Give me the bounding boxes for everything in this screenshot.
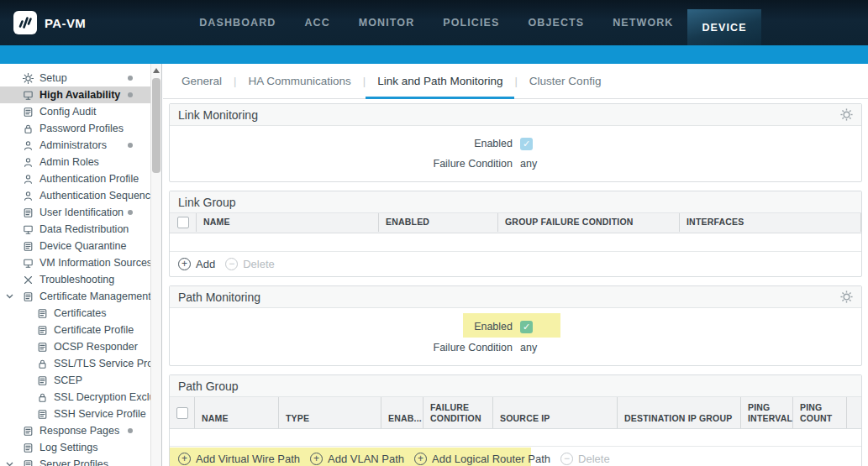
sidebar-item-high-availability[interactable]: High Availability <box>0 86 151 103</box>
sidebar-item-label: VM Information Sources <box>39 257 151 269</box>
column-header-enab-[interactable]: ENAB... <box>381 397 423 428</box>
sidebar-item-log-settings[interactable]: Log Settings <box>0 439 151 456</box>
sidebar-item-label: SCEP <box>54 374 82 386</box>
tab-ha-communications[interactable]: HA Communications <box>236 64 362 98</box>
sidebar-item-response-pages[interactable]: Response Pages <box>0 422 151 439</box>
path-group-panel: Path Group NAMETYPEENAB...FAILURE CONDIT… <box>169 374 862 466</box>
vm-information-sources-icon <box>23 258 34 269</box>
select-all-checkbox[interactable] <box>176 407 188 419</box>
sidebar-item-config-audit[interactable]: Config Audit <box>0 103 151 120</box>
select-all-checkbox[interactable] <box>177 217 189 228</box>
sidebar-item-server-profiles[interactable]: Server Profiles <box>0 456 151 466</box>
column-header-group-failure-condition[interactable]: GROUP FAILURE CONDITION <box>498 213 680 232</box>
path-group-title: Path Group <box>178 380 239 393</box>
sidebar-item-label: Response Pages <box>39 425 119 437</box>
sidebar-item-authentication-sequence[interactable]: Authentication Sequence <box>0 187 151 204</box>
sidebar-item-user-identification[interactable]: User Identification <box>0 204 151 221</box>
column-header-failure-condition[interactable]: FAILURE CONDITION <box>423 397 493 428</box>
column-header-source-ip[interactable]: SOURCE IP <box>493 397 618 428</box>
tab-link-and-path-monitoring[interactable]: Link and Path Monitoring <box>366 64 514 98</box>
column-header-name[interactable]: NAME <box>195 397 279 428</box>
topnav-item-objects[interactable]: OBJECTS <box>513 0 598 45</box>
ssl-decryption-exclusion-icon <box>37 392 48 403</box>
add-vlan-path-button[interactable]: +Add VLAN Path <box>310 453 404 465</box>
sidebar-item-ocsp-responder[interactable]: OCSP Responder <box>0 338 151 355</box>
sidebar-item-admin-roles[interactable]: Admin Roles <box>0 154 151 170</box>
delete-button[interactable]: −Delete <box>560 453 610 465</box>
sidebar-item-certificate-profile[interactable]: Certificate Profile <box>0 322 151 338</box>
device-quarantine-icon <box>23 241 34 252</box>
sidebar-item-label: Admin Roles <box>39 156 99 168</box>
sidebar-item-ssl-tls-service-profile[interactable]: SSL/TLS Service Profile <box>0 355 151 372</box>
gear-icon[interactable] <box>840 108 853 121</box>
sidebar-item-administrators[interactable]: Administrators <box>0 137 151 154</box>
add-button[interactable]: +Add <box>178 258 215 270</box>
sidebar-item-label: Data Redistribution <box>39 223 129 235</box>
topnav-item-device[interactable]: DEVICE <box>687 9 760 45</box>
tab-general[interactable]: General <box>170 64 234 98</box>
column-header-filler <box>847 397 861 428</box>
certificate-profile-icon <box>37 325 48 336</box>
column-header-ping-interval[interactable]: PING INTERVAL <box>741 397 793 428</box>
sidebar-item-label: High Availability <box>39 89 120 101</box>
certificates-icon <box>37 308 48 319</box>
product-name: PA-VM <box>45 16 86 30</box>
add-virtual-wire-path-button[interactable]: +Add Virtual Wire Path <box>178 453 300 465</box>
accent-strip <box>0 45 868 64</box>
sidebar-item-setup[interactable]: Setup <box>0 70 151 86</box>
scroll-up-arrow-icon[interactable] <box>151 64 161 76</box>
chevron-down-icon[interactable] <box>6 294 13 299</box>
plus-circle-icon: + <box>310 453 323 465</box>
failure-condition-label: Failure Condition <box>170 158 513 170</box>
sidebar-item-vm-information-sources[interactable]: VM Information Sources <box>0 254 151 271</box>
link-monitoring-enabled-checkbox[interactable] <box>520 138 533 150</box>
sidebar-item-troubleshooting[interactable]: Troubleshooting <box>0 271 151 288</box>
sidebar-item-label: Password Profiles <box>39 123 124 134</box>
sidebar-item-password-profiles[interactable]: Password Profiles <box>0 120 151 137</box>
sidebar-item-label: OCSP Responder <box>54 341 138 353</box>
delete-button[interactable]: −Delete <box>225 258 275 270</box>
column-header-type[interactable]: TYPE <box>279 397 381 428</box>
sidebar-item-ssh-service-profile[interactable]: SSH Service Profile <box>0 406 151 422</box>
sidebar-item-label: Certificate Profile <box>54 324 134 336</box>
column-header-interfaces[interactable]: INTERFACES <box>680 213 861 232</box>
pan-logo-icon <box>13 11 37 34</box>
gear-icon[interactable] <box>840 291 853 303</box>
column-header-name[interactable]: NAME <box>197 213 379 232</box>
minus-circle-icon: − <box>225 258 238 270</box>
topnav-item-dashboard[interactable]: DASHBOARD <box>185 0 290 45</box>
sidebar-item-device-quarantine[interactable]: Device Quarantine <box>0 238 151 254</box>
topnav-item-network[interactable]: NETWORK <box>598 0 687 45</box>
scrollbar-thumb[interactable] <box>152 78 160 173</box>
sidebar-item-label: Device Quarantine <box>39 240 127 252</box>
high-availability-icon <box>23 90 34 101</box>
plus-circle-icon: + <box>414 453 427 465</box>
scep-icon <box>37 375 48 386</box>
tab-cluster-config[interactable]: Cluster Config <box>518 64 613 98</box>
topnav-item-acc[interactable]: ACC <box>290 0 344 45</box>
topnav-item-monitor[interactable]: MONITOR <box>345 0 429 45</box>
chevron-down-icon[interactable] <box>6 462 13 466</box>
column-header-ping-count[interactable]: PING COUNT <box>793 397 847 428</box>
column-header-enabled[interactable]: ENABLED <box>379 213 498 232</box>
sidebar-item-certificate-management[interactable]: Certificate Management <box>0 288 151 305</box>
sidebar-item-authentication-profile[interactable]: Authentication Profile <box>0 170 151 187</box>
add-logical-router-path-button[interactable]: +Add Logical Router Path <box>414 453 550 465</box>
data-redistribution-icon <box>23 224 34 235</box>
sidebar-item-data-redistribution[interactable]: Data Redistribution <box>0 221 151 238</box>
topnav-item-policies[interactable]: POLICIES <box>429 0 513 45</box>
select-all-cell <box>170 397 195 428</box>
response-pages-icon <box>23 426 34 437</box>
sidebar-item-label: Server Profiles <box>39 458 108 466</box>
top-bar: PA-VM DASHBOARDACCMONITORPOLICIESOBJECTS… <box>0 0 868 45</box>
status-dot <box>128 76 133 81</box>
enabled-label: Enabled <box>170 321 513 332</box>
column-header-destination-ip-group[interactable]: DESTINATION IP GROUP <box>618 397 741 428</box>
sidebar-item-scep[interactable]: SCEP <box>0 372 151 389</box>
sidebar-item-ssl-decryption-exclusion[interactable]: SSL Decryption Exclusion <box>0 389 151 406</box>
path-monitoring-enabled-checkbox[interactable] <box>520 321 533 333</box>
sidebar-scrollbar[interactable] <box>150 64 161 466</box>
link-monitoring-title: Link Monitoring <box>178 108 258 122</box>
sidebar-item-certificates[interactable]: Certificates <box>0 305 151 322</box>
top-navigation: DASHBOARDACCMONITORPOLICIESOBJECTSNETWOR… <box>185 0 760 45</box>
